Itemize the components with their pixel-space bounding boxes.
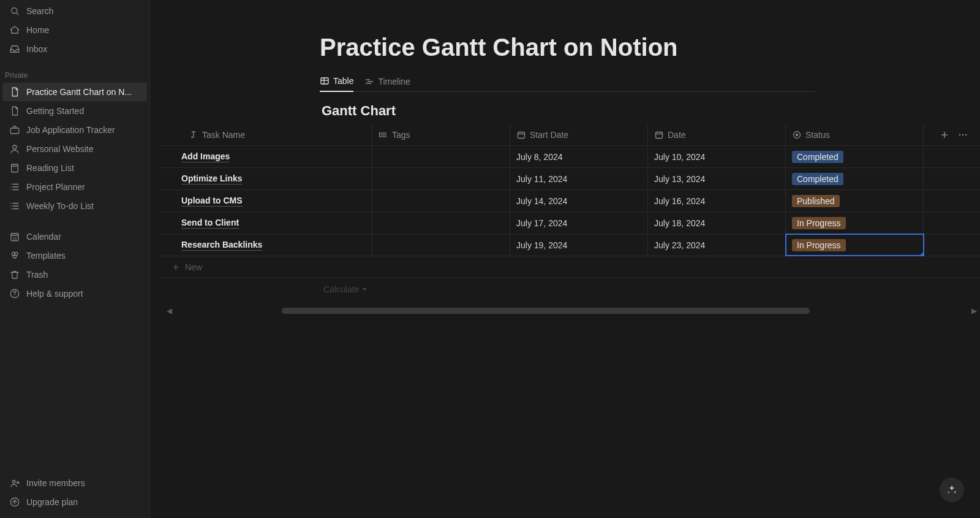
sidebar-item-page-0[interactable]: Practice Gantt Chart on N... <box>2 83 147 101</box>
status-property-icon <box>792 130 802 140</box>
view-tab-timeline[interactable]: Timeline <box>364 72 410 91</box>
column-header-task-name[interactable]: Task Name <box>159 124 372 145</box>
cell-start-date[interactable]: July 11, 2024 <box>510 168 648 189</box>
help-icon <box>9 288 21 300</box>
list-icon <box>9 200 21 212</box>
sidebar-item-label: Project Planner <box>26 182 85 192</box>
new-row-button[interactable]: New <box>159 256 980 278</box>
cell-date[interactable]: July 10, 2024 <box>648 146 786 167</box>
status-badge: Published <box>792 195 840 207</box>
book-icon <box>9 162 21 174</box>
cell-start-date[interactable]: July 14, 2024 <box>510 190 648 211</box>
scroll-left-arrow[interactable]: ◀ <box>167 307 172 314</box>
view-tabs: TableTimeline <box>320 72 815 92</box>
sidebar-item-label: Weekly To-do List <box>26 201 94 211</box>
sidebar-item-page-2[interactable]: Job Application Tracker <box>2 121 147 139</box>
add-column-button[interactable] <box>940 130 949 140</box>
cell-tags[interactable] <box>372 212 510 234</box>
sidebar-item-top-2[interactable]: Inbox <box>2 40 147 58</box>
status-badge: In Progress <box>792 217 846 229</box>
table-row[interactable]: Research BacklinksJuly 19, 2024July 23, … <box>159 234 980 256</box>
task-name-text: Research Backlinks <box>181 239 262 251</box>
main-content: Practice Gantt Chart on Notion TableTime… <box>150 0 980 518</box>
cell-date[interactable]: July 16, 2024 <box>648 190 786 211</box>
column-header-status[interactable]: Status <box>786 124 924 145</box>
svg-point-40 <box>379 132 380 133</box>
sidebar-item-top-0[interactable]: Search <box>2 2 147 20</box>
cell-start-date[interactable]: July 8, 2024 <box>510 146 648 167</box>
sidebar-item-util-0[interactable]: 18Calendar <box>2 227 147 246</box>
column-header-tags[interactable]: Tags <box>372 124 510 145</box>
sidebar-item-label: Practice Gantt Chart on N... <box>26 87 132 97</box>
task-name-text: Upload to CMS <box>181 195 243 207</box>
briefcase-icon <box>9 124 21 136</box>
cell-tags[interactable] <box>372 168 510 189</box>
calculate-row[interactable]: Calculate <box>159 278 980 300</box>
sidebar-item-label: Job Application Tracker <box>26 125 115 135</box>
horizontal-scrollbar[interactable]: ◀ ▶ <box>282 308 959 314</box>
table-row[interactable]: Add ImagesJuly 8, 2024July 10, 2024Compl… <box>159 146 980 168</box>
svg-rect-43 <box>518 132 525 138</box>
sidebar-item-page-3[interactable]: Personal Website <box>2 140 147 158</box>
sidebar-item-bottom-1[interactable]: Upgrade plan <box>2 493 147 511</box>
cell-start-date[interactable]: July 19, 2024 <box>510 234 648 256</box>
cell-task-name[interactable]: Upload to CMS <box>159 190 372 211</box>
cell-task-name[interactable]: Optimize Links <box>159 168 372 189</box>
cell-start-date[interactable]: July 17, 2024 <box>510 212 648 234</box>
sidebar-item-label: Personal Website <box>26 144 93 154</box>
sidebar-item-util-2[interactable]: Trash <box>2 265 147 284</box>
column-header-start-date[interactable]: Start Date <box>510 124 648 145</box>
templates-icon <box>9 249 21 262</box>
view-tab-table[interactable]: Table <box>320 72 353 92</box>
invite-icon <box>9 477 21 489</box>
date-property-icon <box>516 130 526 140</box>
sidebar-item-label: Trash <box>26 270 48 280</box>
svg-rect-2 <box>10 128 19 134</box>
page-title[interactable]: Practice Gantt Chart on Notion <box>320 34 980 61</box>
column-header-date[interactable]: Date <box>648 124 786 145</box>
cell-status[interactable]: In Progress <box>786 234 924 256</box>
sidebar-item-label: Search <box>26 6 53 16</box>
sidebar-item-bottom-0[interactable]: Invite members <box>2 474 147 492</box>
sidebar-item-top-1[interactable]: Home <box>2 21 147 39</box>
table-row[interactable]: Upload to CMSJuly 14, 2024July 16, 2024P… <box>159 190 980 212</box>
cell-date[interactable]: July 18, 2024 <box>648 212 786 234</box>
table-row[interactable]: Optimize LinksJuly 11, 2024July 13, 2024… <box>159 168 980 190</box>
sidebar-item-label: Upgrade plan <box>26 497 78 507</box>
cell-status[interactable]: In Progress <box>786 212 924 234</box>
sidebar-item-page-5[interactable]: Project Planner <box>2 178 147 196</box>
cell-status[interactable]: Published <box>786 190 924 211</box>
sidebar-item-page-6[interactable]: Weekly To-do List <box>2 197 147 215</box>
sidebar-section-private[interactable]: Private <box>0 67 149 82</box>
sidebar-item-util-3[interactable]: Help & support <box>2 284 147 303</box>
database-table: Task Name Tags Start Date Date <box>159 124 980 314</box>
table-options-button[interactable] <box>958 130 968 140</box>
cell-task-name[interactable]: Research Backlinks <box>159 234 372 256</box>
cell-task-name[interactable]: Add Images <box>159 146 372 167</box>
sidebar-item-page-4[interactable]: Reading List <box>2 159 147 177</box>
cell-status[interactable]: Completed <box>786 146 924 167</box>
sidebar-item-page-1[interactable]: Getting Started <box>2 102 147 120</box>
cell-tags[interactable] <box>372 190 510 211</box>
sidebar-item-label: Inbox <box>26 44 47 54</box>
cell-date[interactable]: July 13, 2024 <box>648 168 786 189</box>
sidebar-item-util-1[interactable]: Templates <box>2 246 147 265</box>
svg-point-41 <box>379 134 380 135</box>
svg-line-1 <box>17 13 18 15</box>
page-icon <box>9 105 21 117</box>
trash-icon <box>9 269 21 281</box>
scroll-right-arrow[interactable]: ▶ <box>971 307 977 314</box>
cell-date[interactable]: July 23, 2024 <box>648 234 786 256</box>
svg-rect-4 <box>12 164 18 172</box>
cell-tags[interactable] <box>372 234 510 256</box>
ai-assist-button[interactable] <box>940 478 964 502</box>
inbox-icon <box>9 43 21 55</box>
cell-tags[interactable] <box>372 146 510 167</box>
table-row[interactable]: Send to ClientJuly 17, 2024July 18, 2024… <box>159 212 980 234</box>
scrollbar-thumb[interactable] <box>282 308 810 314</box>
list-icon <box>9 181 21 193</box>
cell-status[interactable]: Completed <box>786 168 924 189</box>
database-title[interactable]: Gantt Chart <box>322 103 980 119</box>
cell-task-name[interactable]: Send to Client <box>159 212 372 234</box>
timeline-icon <box>364 77 374 86</box>
